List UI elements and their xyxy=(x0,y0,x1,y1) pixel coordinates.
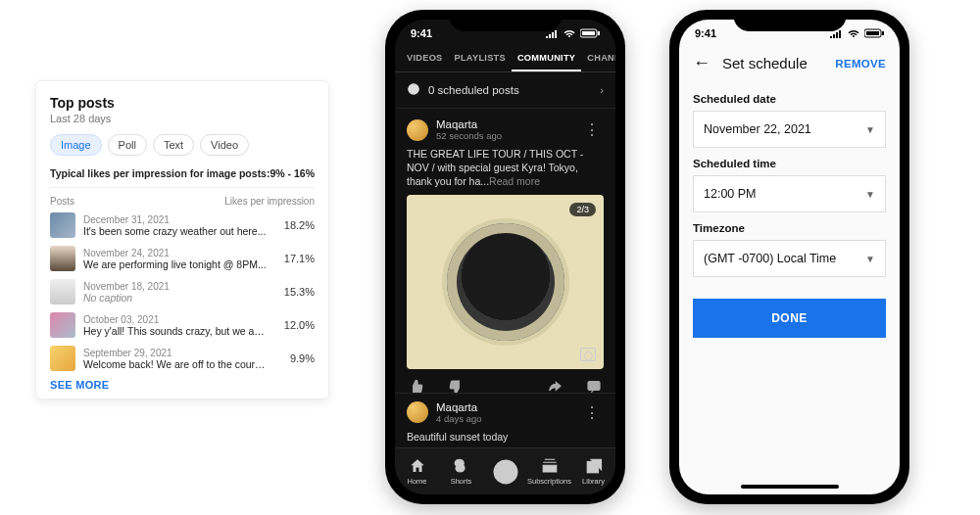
post-user[interactable]: Maqarta xyxy=(436,118,502,130)
more-icon[interactable]: ⋮ xyxy=(580,118,604,141)
time-label: Scheduled time xyxy=(693,158,886,169)
nav-subscriptions[interactable]: Subscriptions xyxy=(527,448,571,494)
community-post: Maqarta 52 seconds ago ⋮ THE GREAT LIFE … xyxy=(395,109,615,414)
time-select[interactable]: 12:00 PM ▼ xyxy=(693,175,886,212)
caret-down-icon: ▼ xyxy=(865,124,875,135)
chip-text[interactable]: Text xyxy=(153,134,194,156)
avatar[interactable] xyxy=(407,119,428,141)
row-caption: No caption xyxy=(83,292,268,304)
image-counter: 2/3 xyxy=(569,203,596,216)
chip-image[interactable]: Image xyxy=(50,134,102,156)
row-date: September 29, 2021 xyxy=(83,348,268,358)
table-row[interactable]: October 03, 2021 Hey y'all! This sounds … xyxy=(50,312,315,338)
table-row[interactable]: November 24, 2021 We are performing live… xyxy=(50,246,315,271)
metric-label: Typical likes per impression for image p… xyxy=(50,167,270,179)
date-select[interactable]: November 22, 2021 ▼ xyxy=(693,111,886,148)
metric-row: Typical likes per impression for image p… xyxy=(50,167,315,188)
table-row[interactable]: September 29, 2021 Welcome back! We are … xyxy=(50,346,315,371)
svg-rect-8 xyxy=(866,31,879,35)
date-value: November 22, 2021 xyxy=(704,122,811,136)
remove-button[interactable]: REMOVE xyxy=(835,58,886,70)
phone-schedule: 9:41 ← Set schedule REMOVE Scheduled dat… xyxy=(669,10,909,504)
community-post: Maqarta 4 days ago ⋮ Beautiful sunset to… xyxy=(395,393,615,447)
battery-icon xyxy=(864,28,884,38)
row-date: December 31, 2021 xyxy=(83,214,268,225)
tab-videos[interactable]: VIDEOS xyxy=(401,47,449,71)
more-icon[interactable]: ⋮ xyxy=(580,401,604,424)
post-thumbnail xyxy=(50,212,75,238)
status-time: 9:41 xyxy=(695,27,716,39)
battery-icon xyxy=(580,28,600,38)
tab-community[interactable]: COMMUNITY xyxy=(512,47,581,71)
table-head: Posts Likes per impression xyxy=(50,196,315,207)
svg-rect-2 xyxy=(598,31,600,35)
post-thumbnail xyxy=(50,312,75,338)
caret-down-icon: ▼ xyxy=(865,189,875,200)
post-thumbnail xyxy=(50,346,75,371)
phone-community: 9:41 VIDEOS PLAYLISTS COMMUNITY CHANNELS… xyxy=(385,10,625,504)
tab-channels[interactable]: CHANNELS xyxy=(581,47,615,71)
row-caption: Welcome back! We are off to the courts..… xyxy=(83,358,268,370)
done-button[interactable]: DONE xyxy=(693,299,886,338)
card-subtitle: Last 28 days xyxy=(50,113,315,124)
home-indicator xyxy=(741,485,839,489)
row-caption: Hey y'all! This sounds crazy, but we are… xyxy=(83,325,268,337)
phone-notch xyxy=(449,10,562,31)
nav-create[interactable] xyxy=(483,448,527,494)
page-title: Set schedule xyxy=(722,55,823,71)
phone-notch xyxy=(733,10,846,31)
post-thumbnail xyxy=(50,279,75,304)
status-time: 9:41 xyxy=(411,27,432,39)
row-value: 9.9% xyxy=(275,352,315,364)
row-value: 18.2% xyxy=(275,219,315,231)
post-time: 52 seconds ago xyxy=(436,130,502,141)
row-value: 17.1% xyxy=(275,253,315,264)
post-text: THE GREAT LIFE TOUR / THIS OCT - NOV / w… xyxy=(407,147,604,189)
scheduled-label: 0 scheduled posts xyxy=(428,84,519,96)
tz-select[interactable]: (GMT -0700) Local Time ▼ xyxy=(693,240,886,277)
post-thumbnail xyxy=(50,246,75,271)
wifi-icon xyxy=(563,28,576,38)
read-more[interactable]: Read more xyxy=(489,175,540,187)
svg-rect-4 xyxy=(588,381,600,390)
row-date: November 18, 2021 xyxy=(83,281,268,292)
nav-home[interactable]: Home xyxy=(395,448,439,494)
post-time: 4 days ago xyxy=(436,413,481,424)
col-posts: Posts xyxy=(50,196,74,207)
chip-video[interactable]: Video xyxy=(200,134,249,156)
row-value: 15.3% xyxy=(275,286,315,298)
channel-tabs: VIDEOS PLAYLISTS COMMUNITY CHANNELS ABOU… xyxy=(395,47,615,72)
nav-shorts[interactable]: Shorts xyxy=(439,448,483,494)
svg-rect-9 xyxy=(882,31,884,35)
col-likes: Likes per impression xyxy=(224,196,315,207)
tab-playlists[interactable]: PLAYLISTS xyxy=(449,47,512,71)
table-row[interactable]: December 31, 2021 It's been some crazy w… xyxy=(50,212,315,238)
bottom-nav: Home Shorts Subscriptions Library xyxy=(395,447,615,494)
scheduled-posts-row[interactable]: 0 scheduled posts › xyxy=(395,72,615,109)
nav-library[interactable]: Library xyxy=(571,448,615,494)
metric-value: 9% - 16% xyxy=(270,167,315,179)
row-caption: We are performing live tonight @ 8PM... xyxy=(83,258,268,270)
row-date: October 03, 2021 xyxy=(83,314,268,325)
row-value: 12.0% xyxy=(275,319,315,331)
svg-rect-1 xyxy=(582,31,595,35)
row-date: November 24, 2021 xyxy=(83,248,268,258)
row-caption: It's been some crazy weather out here... xyxy=(83,225,268,237)
gallery-icon xyxy=(580,348,596,361)
post-user[interactable]: Maqarta xyxy=(436,401,481,413)
see-more-button[interactable]: SEE MORE xyxy=(50,379,315,391)
wifi-icon xyxy=(847,28,860,38)
time-value: 12:00 PM xyxy=(704,187,757,201)
post-image[interactable]: 2/3 xyxy=(407,195,604,369)
caret-down-icon: ▼ xyxy=(865,254,875,264)
back-icon[interactable]: ← xyxy=(693,53,710,73)
chevron-right-icon: › xyxy=(600,84,604,96)
table-row[interactable]: November 18, 2021 No caption 15.3% xyxy=(50,279,315,304)
date-label: Scheduled date xyxy=(693,93,886,105)
chip-poll[interactable]: Poll xyxy=(108,134,147,156)
clock-icon xyxy=(407,82,420,98)
post-image-content xyxy=(447,223,564,341)
avatar[interactable] xyxy=(407,401,428,423)
card-title: Top posts xyxy=(50,95,315,111)
filter-chips: Image Poll Text Video xyxy=(50,134,315,156)
